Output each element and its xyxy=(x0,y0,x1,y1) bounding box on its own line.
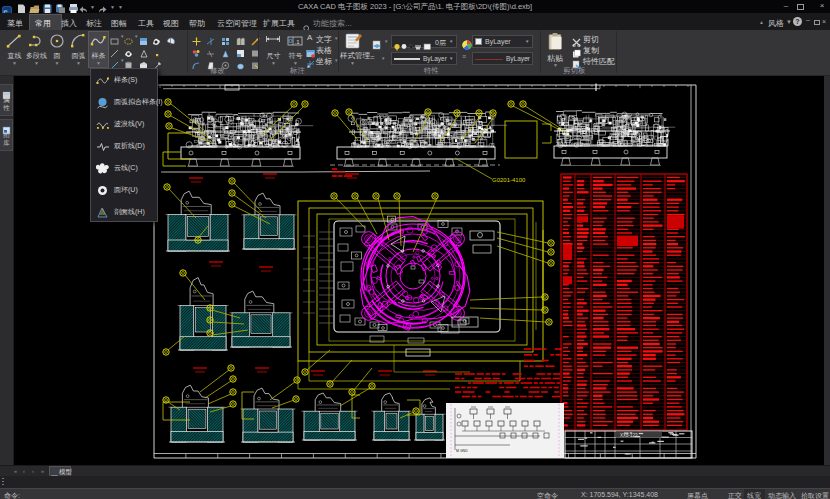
svg-text:.1: .1 xyxy=(295,39,301,45)
svg-text:G0201-4100: G0201-4100 xyxy=(492,177,526,183)
svg-text:M GND: M GND xyxy=(456,449,468,453)
